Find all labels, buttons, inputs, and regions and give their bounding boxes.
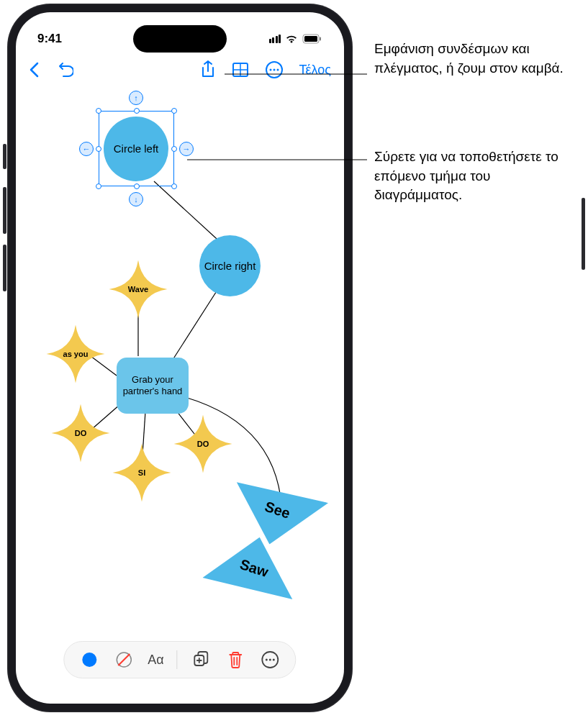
svg-line-10	[154, 181, 225, 246]
shape-label: SI	[138, 468, 145, 478]
shape-star-si[interactable]: SI	[109, 440, 174, 505]
connector-handle-right[interactable]: →	[179, 142, 194, 156]
undo-button[interactable]	[56, 61, 73, 78]
svg-line-11	[173, 288, 219, 360]
fill-color-button[interactable]	[78, 649, 100, 671]
battery-icon	[302, 34, 322, 44]
cellular-signal-icon	[269, 35, 281, 43]
volume-down-button	[3, 245, 6, 291]
no-stroke-button[interactable]	[113, 649, 135, 671]
status-icons	[269, 34, 323, 44]
shape-star-do2[interactable]: DO	[171, 412, 235, 476]
toolbar-divider	[177, 650, 178, 669]
power-button	[582, 198, 585, 270]
text-style-button[interactable]: Αα	[148, 649, 163, 671]
shape-grab[interactable]: Grab your partner's hand	[117, 358, 189, 414]
shape-label: Grab your partner's hand	[122, 374, 183, 398]
svg-point-27	[269, 659, 271, 661]
resize-handle[interactable]	[134, 108, 140, 114]
phone-screen: 9:41	[16, 12, 344, 704]
annotation-2: Σύρετε για να τοποθετήσετε το επόμενο τμ…	[374, 147, 576, 205]
annotation-1: Εμφάνιση συνδέσμων και πλέγματος, ή ζουμ…	[374, 40, 576, 78]
svg-point-7	[269, 69, 271, 71]
resize-handle[interactable]	[96, 108, 101, 114]
more-options-button[interactable]	[260, 649, 281, 671]
shape-label: Circle left	[114, 142, 159, 155]
connector-handle-bottom[interactable]: ↓	[129, 192, 143, 206]
shape-label: DO	[75, 429, 87, 438]
svg-point-9	[276, 69, 279, 71]
delete-button[interactable]	[225, 649, 247, 671]
top-toolbar: Τέλος	[16, 52, 344, 88]
shape-circle-left[interactable]: Circle left	[104, 117, 168, 181]
share-button[interactable]	[200, 60, 216, 79]
connector-handle-top[interactable]: ↑	[129, 91, 143, 105]
resize-handle[interactable]	[171, 108, 177, 114]
shape-star-asyou[interactable]: as you	[43, 322, 108, 386]
resize-handle[interactable]	[96, 183, 101, 189]
shape-label: Circle right	[204, 260, 256, 273]
connector-handle-left[interactable]: ←	[79, 142, 94, 156]
status-time: 9:41	[37, 32, 62, 46]
svg-rect-1	[304, 36, 317, 42]
bottom-toolbar: Αα	[63, 641, 296, 678]
shape-label: Wave	[128, 285, 148, 294]
shape-star-wave[interactable]: Wave	[106, 257, 171, 322]
canvas[interactable]: ↑ ↓ ← → Circle left Circle right Grab yo…	[16, 88, 344, 642]
duplicate-button[interactable]	[191, 649, 212, 671]
svg-point-28	[273, 659, 275, 661]
svg-line-21	[118, 654, 130, 665]
shape-label: as you	[63, 350, 89, 359]
more-button[interactable]	[265, 60, 284, 79]
svg-point-8	[273, 69, 275, 71]
shape-circle-right[interactable]: Circle right	[199, 235, 261, 296]
resize-handle[interactable]	[171, 146, 177, 152]
svg-rect-2	[320, 37, 321, 40]
dynamic-island	[133, 25, 227, 53]
grid-button[interactable]	[232, 62, 249, 78]
wifi-icon	[285, 34, 298, 44]
svg-point-19	[82, 653, 96, 667]
done-button[interactable]: Τέλος	[299, 63, 331, 78]
phone-frame: 9:41	[7, 4, 353, 712]
back-button[interactable]	[29, 62, 39, 78]
resize-handle[interactable]	[134, 183, 140, 189]
shape-label: DO	[197, 440, 209, 449]
resize-handle[interactable]	[96, 146, 101, 152]
shape-star-do1[interactable]: DO	[48, 401, 113, 465]
volume-up-button	[3, 187, 6, 234]
svg-point-26	[266, 659, 268, 661]
silent-switch	[3, 144, 6, 169]
resize-handle[interactable]	[171, 183, 177, 189]
